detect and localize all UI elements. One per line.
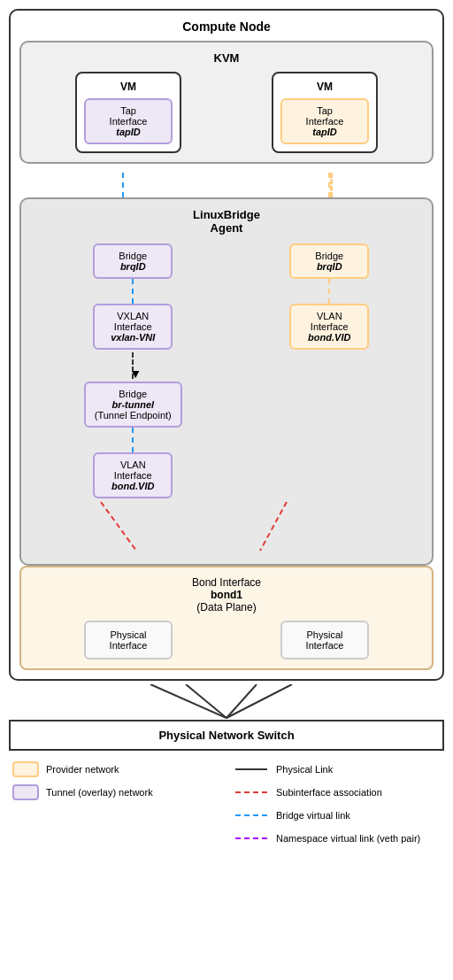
converging-lines-svg	[9, 684, 444, 720]
vm2-connector-line	[328, 173, 333, 197]
lba-bridge-orange: Bridge brqID	[289, 243, 369, 279]
legend-subinterface: Subinterface association	[234, 784, 441, 800]
vm1-tap: Tap Interface tapID	[84, 98, 173, 144]
compute-node-diagram: Compute Node KVM VM Tap Interface tapID …	[9, 9, 444, 681]
physical-row: Physical Interface Physical Interface	[30, 621, 423, 660]
lba-vlan-purple-line1: VLAN	[104, 459, 162, 470]
legend-physical-link-svg	[234, 761, 269, 777]
legend-provider-box	[12, 761, 39, 777]
bond-id-text: bond1	[211, 589, 242, 601]
vm2-tap-line2: Interface	[288, 116, 362, 127]
lba-vxlan-line1: VXLAN	[104, 311, 162, 321]
lba-vlan-orange: VLAN Interface bond.VID	[289, 304, 369, 350]
kvm-title: KVM	[30, 51, 423, 65]
lba-br-tunnel-sub: (Tunnel Endpoint)	[95, 410, 172, 421]
red-dashed-svg	[30, 502, 423, 555]
lba-bridge-purple: Bridge brqID	[93, 243, 173, 279]
legend-tunnel: Tunnel (overlay) network	[12, 784, 219, 800]
phys1-box: Physical Interface	[84, 621, 173, 660]
lba-inner: Bridge brqID VXLAN Interface vxlan-VNI	[30, 243, 423, 498]
phys1-line1: Physical	[96, 629, 160, 640]
vm2-title: VM	[280, 81, 369, 93]
vm2-tap: Tap Interface tapID	[280, 98, 369, 144]
bond-title: Bond Interface bond1 (Data Plane)	[30, 576, 423, 613]
lba-vxlan-line2: Interface	[104, 321, 162, 332]
pns-title: Physical Network Switch	[158, 729, 294, 742]
lba-vlan-orange-id: bond.VID	[300, 332, 358, 343]
down-arrow: ▼	[129, 367, 142, 381]
lba-vlan-purple-id: bond.VID	[104, 481, 162, 491]
vxlan-connector: ▼	[132, 350, 134, 382]
compute-node-title: Compute Node	[19, 19, 434, 34]
vxlan-dashed-line: ▼	[132, 352, 134, 379]
lba-vlan-purple: VLAN Interface bond.VID	[93, 452, 173, 498]
bridge-orange-line	[328, 279, 330, 304]
legend-namespace-svg	[234, 830, 269, 846]
vm1-tap-line1: Tap	[91, 105, 165, 116]
legend-bridge-virtual-label: Bridge virtual link	[276, 810, 350, 821]
lba-bridge-orange-line1: Bridge	[300, 251, 358, 261]
lba-title-text: LinuxBridge Agent	[193, 208, 260, 235]
vm1-tap-line2: Interface	[91, 116, 165, 127]
legend-namespace-label: Namespace virtual link (veth pair)	[276, 833, 420, 844]
bond-title-text: Bond Interface	[192, 576, 261, 589]
svg-line-2	[150, 684, 226, 718]
legend-subinterface-label: Subinterface association	[276, 787, 382, 798]
vm1-tap-id: tapID	[91, 127, 165, 137]
brtunnel-line	[132, 428, 134, 452]
legend-provider-label: Provider network	[46, 764, 119, 775]
bridge-purple-line	[132, 279, 134, 304]
vm-row: VM Tap Interface tapID VM Tap Interface …	[30, 72, 423, 153]
svg-line-3	[186, 684, 226, 718]
legend-tunnel-box	[12, 784, 39, 800]
lba-right-col: Bridge brqID VLAN Interface bond.VID	[289, 243, 369, 350]
legend-subinterface-svg	[234, 784, 269, 800]
vm1-title: VM	[84, 81, 173, 93]
legend-provider: Provider network	[12, 761, 219, 777]
pns-box: Physical Network Switch	[9, 720, 444, 751]
bridge-purple-connector	[132, 279, 134, 304]
lba-vxlan-id: vxlan-VNI	[104, 332, 162, 343]
lba-br-tunnel-line1: Bridge	[95, 389, 172, 399]
legend: Provider network Physical Link Tunnel (o…	[9, 761, 444, 846]
tap-connectors	[19, 173, 434, 197]
vm1-box: VM Tap Interface tapID	[75, 72, 181, 153]
lba-box: LinuxBridge Agent Bridge brqID	[19, 197, 434, 566]
vm2-tap-id: tapID	[288, 127, 362, 137]
lba-bridge-purple-line1: Bridge	[104, 251, 162, 261]
vm1-connector-line	[122, 173, 124, 197]
lba-vlan-orange-line1: VLAN	[300, 311, 358, 321]
brtunnel-connector	[132, 428, 134, 452]
bond-box: Bond Interface bond1 (Data Plane) Physic…	[19, 566, 434, 670]
legend-bridge-virtual	[12, 807, 219, 823]
lba-br-tunnel: Bridge br-tunnel (Tunnel Endpoint)	[84, 382, 182, 428]
bridge-orange-connector	[328, 279, 330, 304]
legend-namespace	[12, 830, 219, 846]
lba-vxlan: VXLAN Interface vxlan-VNI	[93, 304, 173, 350]
lba-bridge-purple-id: brqID	[104, 261, 162, 272]
svg-line-4	[226, 684, 257, 718]
vm2-tap-line1: Tap	[288, 105, 362, 116]
legend-bridge-virtual-svg	[234, 807, 269, 823]
svg-line-1	[260, 502, 287, 551]
legend-bridge-virtual-item: Bridge virtual link	[234, 807, 441, 823]
lba-title: LinuxBridge Agent	[30, 208, 423, 235]
phys1-line2: Interface	[96, 640, 160, 651]
bond-sub-text: (Data Plane)	[196, 601, 256, 613]
svg-line-0	[101, 502, 136, 551]
lba-vlan-purple-line2: Interface	[104, 470, 162, 481]
phys2-line1: Physical	[293, 629, 357, 640]
lba-vlan-orange-line2: Interface	[300, 321, 358, 332]
svg-line-5	[226, 684, 292, 718]
legend-physical-link-label: Physical Link	[276, 764, 333, 775]
legend-physical-link: Physical Link	[234, 761, 441, 777]
lba-left-col: Bridge brqID VXLAN Interface vxlan-VNI	[84, 243, 182, 498]
kvm-box: KVM VM Tap Interface tapID VM Tap I	[19, 41, 434, 164]
legend-namespace-item: Namespace virtual link (veth pair)	[234, 830, 441, 846]
legend-tunnel-label: Tunnel (overlay) network	[46, 787, 153, 798]
phys2-box: Physical Interface	[280, 621, 369, 660]
lba-br-tunnel-id: br-tunnel	[95, 399, 172, 410]
vm2-box: VM Tap Interface tapID	[272, 72, 378, 153]
lba-bridge-orange-id: brqID	[300, 261, 358, 272]
phys2-line2: Interface	[293, 640, 357, 651]
